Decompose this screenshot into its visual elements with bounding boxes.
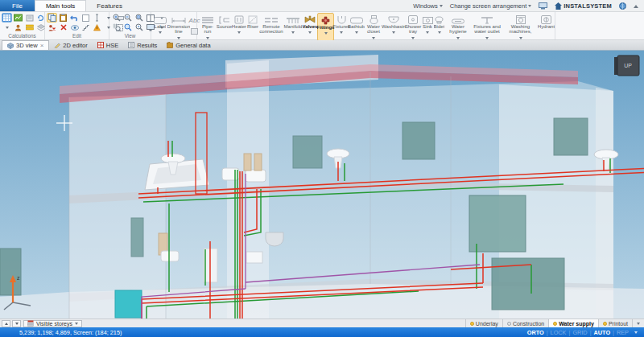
bidet-button[interactable]: Bidet (433, 13, 445, 41)
source-button[interactable]: Source (217, 13, 232, 41)
shower-tray-button[interactable]: Shower tray (404, 13, 422, 41)
washing-machine-icon (516, 14, 526, 24)
change-screen-arrangement-menu[interactable]: Change screen arrangement (450, 2, 531, 10)
delete-icon[interactable] (58, 23, 68, 32)
caret-down-icon (392, 31, 395, 35)
toggle-auto[interactable]: AUTO (592, 329, 613, 336)
water-hygiene-station-button[interactable]: Water hygiene station (445, 13, 471, 41)
water-closet-button[interactable]: Water closet (364, 13, 383, 41)
manifold-button[interactable]: Manifold (283, 13, 303, 41)
doc-tab-results[interactable]: Results (123, 40, 162, 50)
visibility-bulb-icon[interactable] (507, 322, 511, 326)
caret-down-icon[interactable] (634, 331, 638, 335)
3d-scene[interactable]: z UP (0, 51, 644, 319)
paste-icon[interactable] (58, 13, 68, 23)
pipe-run-button[interactable]: Pipe-run (199, 13, 217, 41)
washing-machines-button[interactable]: Washing machines, Dishwasher (503, 13, 538, 41)
collapse-ribbon-icon[interactable] (634, 2, 638, 8)
toggle-lock[interactable]: LOCK (548, 329, 569, 336)
ribbon-group-distribution: Pipe-run Source Heater Riser Remote conn… (197, 12, 332, 39)
storey-up-button[interactable] (2, 320, 10, 327)
close-icon[interactable]: × (40, 43, 44, 49)
tab-features[interactable]: Features (86, 0, 133, 11)
dimension-line-button[interactable]: Dimension line (167, 13, 190, 41)
water-heater (244, 154, 251, 171)
remote-connection-button[interactable]: Remote connection (259, 13, 283, 41)
stairs-icon[interactable] (80, 23, 91, 32)
text-cursor-icon[interactable] (92, 13, 102, 23)
3d-viewport[interactable]: z UP (0, 51, 644, 319)
manifold-icon (286, 14, 300, 24)
building-data-icon[interactable] (24, 13, 35, 23)
tab-main-tools[interactable]: Main tools (35, 0, 86, 11)
zoom-extents-icon[interactable] (134, 13, 144, 23)
sink-button[interactable]: Sink (422, 13, 433, 41)
layer-tab-printout[interactable]: Printout (598, 319, 632, 327)
warning-flag-icon[interactable] (92, 23, 102, 32)
diagnostics-icon[interactable] (13, 13, 23, 23)
zoom-previous-icon[interactable] (134, 23, 144, 32)
toggle-rep[interactable]: REP (614, 329, 631, 336)
heater-button[interactable]: Heater (232, 13, 246, 41)
ribbon-tab-bar: File Main tools Features Windows Change … (0, 0, 644, 12)
layer-tab-underlay[interactable]: Underlay (465, 319, 502, 327)
storeys-icon (27, 320, 34, 327)
fixtures-outlet-points-button[interactable]: Fixtures and water outlet points (471, 13, 503, 41)
visibility-bulb-icon[interactable] (603, 322, 607, 326)
valves-button[interactable]: Valves (303, 13, 317, 41)
frame-icon[interactable] (80, 13, 91, 23)
toggle-grid[interactable]: GRID (570, 329, 589, 336)
layer-tabs-overflow[interactable] (632, 319, 644, 327)
caret-down-icon (324, 32, 328, 36)
washbasin-button[interactable]: Washbasin (383, 13, 404, 41)
zoom-in-icon[interactable] (111, 13, 122, 23)
storey-down-button[interactable] (12, 320, 21, 327)
windows-menu[interactable]: Windows (413, 2, 442, 10)
zoom-selection-icon[interactable] (122, 23, 133, 32)
zoom-grid-icon[interactable] (111, 23, 122, 32)
options-caret-icon[interactable] (2, 23, 12, 32)
outlet-points-icon (480, 14, 494, 24)
hydrant-button[interactable]: Hydrant (538, 13, 555, 41)
doc-tab-general-data[interactable]: General data (162, 40, 215, 50)
file-menu-button[interactable]: File (0, 0, 35, 11)
fixtures-button[interactable]: Fixtures (334, 13, 349, 41)
bottom-toolbar: Visible storeys Underlay Construction Wa… (0, 319, 644, 327)
visibility-bulb-icon[interactable] (470, 322, 474, 326)
visibility-bulb-icon[interactable] (553, 322, 557, 326)
group-label: View (109, 32, 151, 39)
visibility-icon[interactable] (69, 23, 80, 32)
shower-tray-icon (408, 14, 418, 24)
arrow-down-icon (15, 323, 19, 327)
doc-tab-hse[interactable]: HSE (93, 40, 123, 50)
monitor-icon[interactable] (539, 2, 547, 10)
visible-storeys-dropdown[interactable]: Visible storeys (23, 320, 82, 327)
fittings-button[interactable]: Fittings (317, 13, 334, 41)
globe-icon[interactable] (619, 2, 626, 10)
layer-tab-water-supply[interactable]: Water supply (548, 319, 598, 327)
bathtub-button[interactable]: Bathtub (349, 13, 364, 41)
view-up-button[interactable]: UP (614, 55, 639, 76)
caret-down-icon (355, 31, 358, 35)
remove-user-icon[interactable] (47, 23, 57, 32)
calculation-table-icon[interactable] (2, 13, 12, 23)
sink-icon (423, 14, 433, 24)
zoom-out-icon[interactable] (122, 13, 133, 23)
riser-button[interactable]: Riser (246, 13, 259, 41)
source-icon (219, 14, 230, 24)
doc-tab-3d-view[interactable]: 3D view × (2, 40, 49, 50)
pipe-run-icon (201, 14, 214, 24)
toggle-orto[interactable]: ORTO (525, 329, 547, 336)
ribbon-group-labels-graphics: Label Dimension line Abc Labels and grap… (151, 12, 197, 39)
ribbon-group-view: View (109, 12, 151, 39)
axis-z-label: z (17, 275, 20, 281)
user-profile-icon[interactable] (13, 23, 23, 32)
group-label: Calculations (0, 32, 44, 39)
materials-list-icon[interactable] (24, 23, 35, 32)
undo-icon[interactable] (69, 13, 80, 23)
doc-tab-2d-editor[interactable]: 2D editor (49, 40, 92, 50)
copy-icon[interactable] (47, 13, 57, 23)
results-icon (128, 42, 134, 48)
layer-tab-construction[interactable]: Construction (502, 319, 548, 327)
label-button[interactable]: Label (153, 13, 167, 41)
